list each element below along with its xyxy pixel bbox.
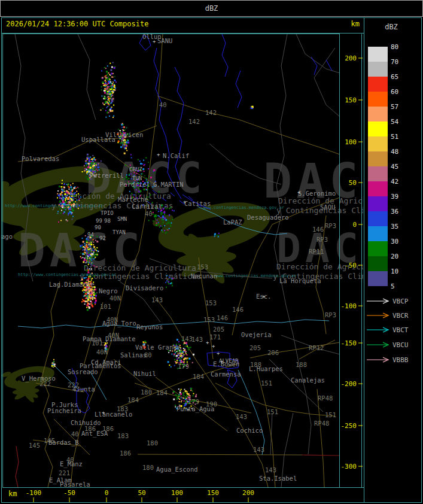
colorbar-level-label: 35 (391, 223, 398, 230)
radar-echo-pixel (120, 143, 121, 144)
map-label: 179 (178, 363, 189, 370)
river-line (236, 71, 242, 108)
radar-echo-pixel (112, 117, 114, 118)
radar-echo-pixel (184, 342, 185, 344)
radar-echo-pixel (57, 212, 59, 214)
radar-echo-pixel (102, 78, 103, 79)
map-label: 190 (206, 400, 217, 408)
radar-echo-pixel (53, 361, 54, 362)
map-label: RP3 (325, 311, 336, 318)
radar-echo-pixel (164, 225, 165, 226)
radar-echo-pixel (109, 104, 110, 105)
radar-echo-pixel (179, 356, 181, 357)
radar-echo-pixel (70, 184, 71, 186)
radar-echo-pixel (127, 142, 129, 144)
radar-echo-pixel (69, 190, 71, 192)
radar-echo-pixel (183, 344, 184, 345)
radar-echo-pixel (80, 245, 81, 247)
radar-echo-pixel (120, 142, 121, 143)
radar-echo-pixel (105, 76, 106, 77)
map-label: 153 (205, 299, 217, 306)
radar-echo-pixel (178, 395, 179, 396)
map-label: 153 (197, 263, 208, 271)
map-label: 205 (249, 344, 261, 351)
map-label: 184 (193, 373, 204, 380)
radar-echo-pixel (124, 147, 125, 148)
radar-echo-pixel (94, 253, 95, 254)
radar-echo-pixel (192, 362, 193, 363)
radar-echo-pixel (88, 259, 89, 260)
radar-echo-pixel (181, 389, 182, 390)
radar-echo-pixel (185, 390, 187, 392)
radar-echo-pixel (162, 218, 163, 220)
radar-echo-pixel (156, 216, 157, 217)
radar-echo-pixel (185, 403, 187, 404)
radar-echo-pixel (165, 232, 166, 233)
radar-echo-pixel (91, 258, 92, 259)
radar-echo-pixel (96, 250, 97, 251)
road-line (138, 454, 302, 455)
radar-echo-pixel (159, 192, 160, 193)
radar-echo-pixel (127, 140, 129, 141)
radar-echo-pixel (90, 296, 91, 297)
radar-echo-pixel (169, 208, 170, 209)
legend-label: VBBB (392, 356, 409, 364)
map-label: Valle Grande (135, 344, 181, 351)
radar-echo-pixel (115, 81, 117, 83)
radar-echo-pixel (108, 76, 109, 77)
datetime-label: 2026/01/24 12:36:00 UTC Composite (6, 20, 148, 28)
map-label: 206 (267, 349, 279, 356)
radar-echo-pixel (91, 265, 92, 266)
radar-echo-pixel (107, 99, 108, 100)
radar-echo-pixel (181, 357, 182, 358)
radar-echo-pixel (93, 298, 94, 299)
radar-echo-pixel (104, 92, 106, 94)
radar-echo-pixel (172, 285, 173, 286)
map-label: SMN (117, 216, 127, 222)
radar-echo-pixel (126, 144, 127, 145)
radar-echo-pixel (95, 302, 96, 303)
radar-echo-pixel (114, 67, 115, 69)
radar-echo-pixel (130, 174, 132, 175)
radar-echo-pixel (60, 198, 62, 199)
radar-echo-pixel (90, 161, 92, 162)
map-label: 40 (145, 210, 153, 217)
radar-echo-pixel (188, 347, 189, 348)
radar-echo-pixel (69, 199, 71, 201)
radar-echo-pixel (124, 142, 126, 143)
x-axis: km-100-50050100150200 (8, 489, 254, 502)
radar-echo-pixel (168, 229, 169, 230)
radar-echo-pixel (187, 359, 188, 360)
map-label: S.Geronimo (298, 190, 336, 197)
radar-echo-pixel (101, 89, 102, 90)
radar-echo-pixel (86, 250, 87, 251)
map-label: Agua_Escond (156, 466, 198, 473)
radar-echo-pixel (158, 222, 159, 223)
radar-echo-pixel (176, 355, 178, 357)
map-label: 151 (325, 411, 336, 418)
radar-echo-pixel (108, 88, 109, 89)
radar-echo-pixel (76, 195, 77, 196)
road-line (84, 302, 103, 365)
radar-echo-pixel (182, 351, 184, 353)
radar-echo-pixel (168, 222, 169, 223)
radar-echo-pixel (159, 226, 160, 227)
y-axis-tick-label: -300 (341, 463, 357, 470)
radar-echo-pixel (129, 191, 130, 192)
radar-echo-pixel (125, 145, 126, 146)
radar-echo-pixel (131, 157, 132, 159)
colorbar-level-label: 30 (391, 238, 398, 245)
station-marker-icon: + (102, 409, 105, 415)
radar-echo-pixel (87, 268, 88, 269)
radar-echo-pixel (186, 399, 187, 400)
radar-echo-pixel (86, 277, 87, 278)
radar-echo-pixel (174, 355, 175, 356)
radar-echo-pixel (87, 275, 88, 276)
radar-echo-pixel (176, 360, 178, 361)
radar-echo-pixel (87, 299, 89, 300)
radar-echo-pixel (96, 255, 98, 256)
radar-echo-pixel (150, 195, 151, 196)
map-label: 143 (265, 466, 276, 473)
radar-echo-pixel (162, 232, 163, 233)
radar-echo-pixel (71, 189, 72, 190)
